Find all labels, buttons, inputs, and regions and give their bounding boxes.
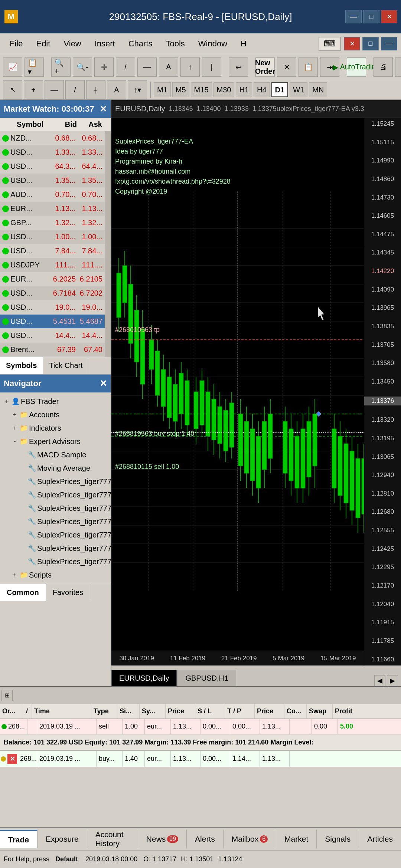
mw-row-10[interactable]: EUR... 6.2025 6.2105 bbox=[0, 272, 111, 286]
new-chart-button[interactable]: 📈 bbox=[3, 57, 22, 77]
col-symbol-t[interactable]: Sy... bbox=[140, 704, 166, 719]
col-type[interactable]: Type bbox=[91, 704, 117, 719]
mw-row-14[interactable]: USD... 14.4... 14.4... bbox=[0, 329, 111, 343]
menu-edit[interactable]: Edit bbox=[30, 37, 56, 51]
text-tool[interactable]: A bbox=[107, 80, 126, 99]
nav-item-expert-advisors[interactable]: - 📁 Expert Advisors bbox=[0, 435, 111, 448]
close-button[interactable]: ✕ bbox=[381, 10, 397, 23]
col-comment[interactable]: Co... bbox=[284, 704, 307, 719]
market-watch-close[interactable]: ✕ bbox=[100, 104, 107, 114]
nav-item-moving-average[interactable]: 🔧 Moving Average bbox=[0, 461, 111, 475]
maximize-button[interactable]: □ bbox=[363, 10, 379, 23]
col-sort[interactable]: / bbox=[22, 704, 32, 719]
col-size[interactable]: Si... bbox=[117, 704, 140, 719]
mw-row-15[interactable]: Brent... 67.39 67.40 bbox=[0, 343, 111, 357]
tf-h1[interactable]: H1 bbox=[236, 82, 252, 97]
tab-account-history[interactable]: Account History bbox=[87, 830, 138, 848]
tf-m5[interactable]: M5 bbox=[172, 82, 189, 97]
col-order[interactable]: Or... bbox=[0, 704, 22, 719]
arrow-tool[interactable]: ↑▾ bbox=[128, 80, 147, 99]
nav-item-suplex-3[interactable]: 🔧 SuplexPrices_tiger777 bbox=[0, 502, 111, 515]
mw-tab-tickchart[interactable]: Tick Chart bbox=[43, 357, 89, 374]
menu-close-button[interactable]: ✕ bbox=[344, 37, 360, 50]
crosshair-tool[interactable]: + bbox=[24, 80, 43, 99]
mw-row-6[interactable]: GBP... 1.32... 1.32... bbox=[0, 216, 111, 230]
zoom-out-button[interactable]: 🔍- bbox=[73, 57, 92, 77]
col-profit[interactable]: Profit bbox=[333, 704, 401, 719]
nav-item-suplex-6[interactable]: 🔧 SuplexPrices_tiger777 bbox=[0, 542, 111, 555]
search-button[interactable]: 🔍 bbox=[395, 57, 401, 77]
nav-item-indicators[interactable]: + 📁 Indicators bbox=[0, 421, 111, 435]
line-button[interactable]: / bbox=[116, 57, 135, 77]
col-time[interactable]: Time bbox=[32, 704, 91, 719]
tab-alerts[interactable]: Alerts bbox=[187, 830, 224, 848]
mw-row-0[interactable]: NZD... 0.68... 0.68... bbox=[0, 131, 111, 145]
tab-market[interactable]: Market bbox=[276, 830, 317, 848]
tab-trade[interactable]: Trade bbox=[0, 830, 38, 848]
terminal-handle[interactable]: ⊞ bbox=[1, 690, 13, 701]
menu-maximize-button[interactable]: □ bbox=[362, 37, 379, 50]
minimize-button[interactable]: — bbox=[345, 10, 362, 23]
mw-row-7[interactable]: USD... 1.00... 1.00... bbox=[0, 230, 111, 244]
tab-signals[interactable]: Signals bbox=[317, 830, 359, 848]
close-order-button[interactable]: ✕ bbox=[7, 754, 17, 764]
nav-tab-favorites[interactable]: Favorites bbox=[46, 584, 90, 601]
menu-window[interactable]: Window bbox=[192, 37, 233, 51]
mw-row-11[interactable]: USD... 6.7184 6.7202 bbox=[0, 286, 111, 300]
mw-row-5[interactable]: EUR... 1.13... 1.13... bbox=[0, 202, 111, 216]
zoom-in-button[interactable]: 🔍+ bbox=[51, 57, 71, 77]
tf-mn[interactable]: MN bbox=[309, 82, 327, 97]
mw-row-2[interactable]: USD... 64.3... 64.4... bbox=[0, 160, 111, 174]
tab-articles[interactable]: Articles bbox=[359, 830, 401, 848]
period-sep-tool[interactable]: ⟊ bbox=[86, 80, 105, 99]
menu-minimize-button[interactable]: — bbox=[381, 37, 397, 50]
tf-m15[interactable]: M15 bbox=[191, 82, 212, 97]
navigator-close[interactable]: ✕ bbox=[100, 378, 107, 389]
text-button[interactable]: A bbox=[159, 57, 178, 77]
menu-insert[interactable]: Insert bbox=[89, 37, 121, 51]
mw-row-13[interactable]: USD... 5.4531 5.4687 bbox=[0, 315, 111, 329]
tab-news[interactable]: News 99 bbox=[138, 830, 187, 848]
tf-h4[interactable]: H4 bbox=[254, 82, 270, 97]
col-tp[interactable]: T / P bbox=[225, 704, 255, 719]
arrow-button[interactable]: ↑ bbox=[180, 57, 200, 77]
menu-view[interactable]: View bbox=[58, 37, 87, 51]
undo-button[interactable]: ↩ bbox=[229, 57, 248, 77]
pending-orders-button[interactable]: 📋 bbox=[299, 57, 318, 77]
col-price-cur[interactable]: Price bbox=[255, 704, 284, 719]
nav-item-suplex-7[interactable]: 🔧 SuplexPrices_tiger777 bbox=[0, 555, 111, 568]
col-price-open[interactable]: Price bbox=[166, 704, 195, 719]
select-tool[interactable]: ↖ bbox=[3, 80, 22, 99]
market-watch-scrollbar[interactable] bbox=[105, 131, 111, 357]
tf-m1[interactable]: M1 bbox=[154, 82, 171, 97]
tf-m30[interactable]: M30 bbox=[213, 82, 235, 97]
menu-charts[interactable]: Charts bbox=[123, 37, 159, 51]
nav-item-suplex-5[interactable]: 🔧 SuplexPrices_tiger777 bbox=[0, 528, 111, 542]
mw-row-9[interactable]: USDJPY 111.... 111.... bbox=[0, 258, 111, 272]
nav-item-suplex-2[interactable]: 🔧 SuplexPrices_tiger777 bbox=[0, 488, 111, 502]
period-sep-button[interactable]: | bbox=[202, 57, 221, 77]
chart-tab-scroll-left[interactable]: ◀ bbox=[374, 675, 385, 686]
chart-tab-eurusd-daily[interactable]: EURUSD,Daily bbox=[111, 670, 177, 686]
col-sl[interactable]: S / L bbox=[195, 704, 225, 719]
nav-tab-common[interactable]: Common bbox=[0, 584, 46, 601]
mw-row-12[interactable]: USD... 19.0... 19.0... bbox=[0, 300, 111, 315]
new-order-button[interactable]: New Order bbox=[255, 57, 275, 77]
nav-item-accounts[interactable]: + 📁 Accounts bbox=[0, 408, 111, 421]
tab-mailbox[interactable]: Mailbox 6 bbox=[224, 830, 276, 848]
col-swap[interactable]: Swap bbox=[307, 704, 333, 719]
chart-canvas[interactable]: SuplexPrices_tiger777-EA Idea by tiger77… bbox=[111, 118, 401, 665]
tf-d1[interactable]: D1 bbox=[271, 82, 288, 97]
autotrading-button[interactable]: ▶ AutoTrading bbox=[347, 57, 366, 77]
nav-item-fbs-trader[interactable]: + 👤 FBS Trader bbox=[0, 395, 111, 408]
hline-tool[interactable]: — bbox=[45, 80, 64, 99]
cancel-order-button[interactable]: ✕ bbox=[277, 57, 296, 77]
chart-tab-scroll-right[interactable]: ▶ bbox=[387, 675, 398, 686]
menu-help[interactable]: H bbox=[235, 37, 252, 51]
mw-row-3[interactable]: USD... 1.35... 1.35... bbox=[0, 174, 111, 188]
mw-row-4[interactable]: AUD... 0.70... 0.70... bbox=[0, 188, 111, 202]
tab-exposure[interactable]: Exposure bbox=[38, 830, 87, 848]
nav-item-suplex-1[interactable]: 🔧 SuplexPrices_tiger777 bbox=[0, 475, 111, 488]
mw-tab-symbols[interactable]: Symbols bbox=[0, 357, 43, 374]
nav-item-scripts[interactable]: + 📁 Scripts bbox=[0, 568, 111, 582]
